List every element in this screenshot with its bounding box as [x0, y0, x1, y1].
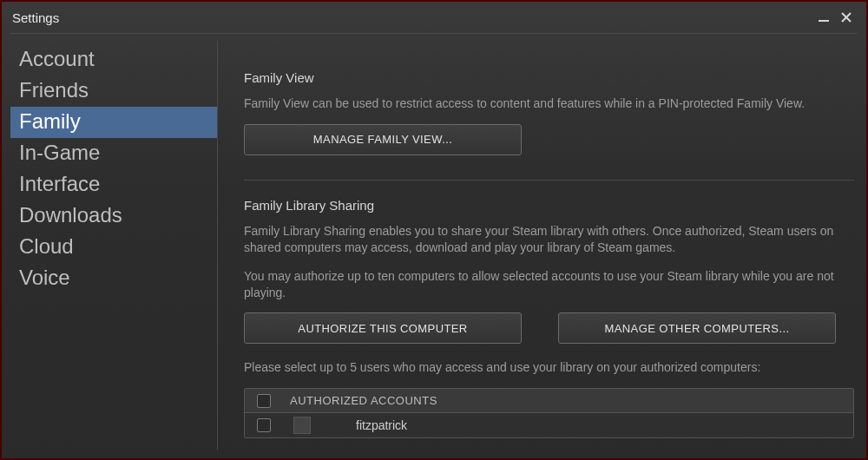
titlebar: Settings — [2, 2, 866, 30]
manage-other-computers-button[interactable]: MANAGE OTHER COMPUTERS... — [558, 312, 836, 344]
minimize-icon — [818, 11, 830, 23]
user-select-prompt: Please select up to 5 users who may acce… — [244, 359, 854, 376]
settings-window: Settings Account Friends Family In-Game … — [2, 2, 866, 458]
library-sharing-buttons: AUTHORIZE THIS COMPUTER MANAGE OTHER COM… — [244, 312, 854, 344]
svg-rect-0 — [819, 20, 829, 22]
authorize-this-computer-button[interactable]: AUTHORIZE THIS COMPUTER — [244, 312, 522, 344]
minimize-button[interactable] — [812, 8, 835, 27]
column-header-accounts: AUTHORIZED ACCOUNTS — [283, 394, 437, 407]
table-header-row: AUTHORIZED ACCOUNTS — [245, 389, 853, 413]
close-button[interactable] — [835, 8, 858, 27]
sidebar-item-in-game[interactable]: In-Game — [10, 138, 217, 169]
table-row[interactable]: fitzpatrick — [245, 413, 853, 437]
sidebar-item-downloads[interactable]: Downloads — [10, 200, 217, 232]
row-check-cell — [245, 418, 283, 432]
authorized-accounts-table: AUTHORIZED ACCOUNTS fitzpatrick — [244, 388, 854, 438]
sidebar-item-friends[interactable]: Friends — [10, 76, 217, 107]
section-divider — [244, 180, 854, 181]
window-body: Account Friends Family In-Game Interface… — [2, 34, 866, 458]
close-icon — [840, 11, 852, 23]
sidebar: Account Friends Family In-Game Interface… — [10, 41, 217, 450]
select-all-checkbox[interactable] — [257, 394, 271, 408]
row-checkbox[interactable] — [257, 418, 271, 432]
select-all-cell — [245, 394, 283, 408]
library-sharing-description-1: Family Library Sharing enables you to sh… — [244, 223, 854, 256]
sidebar-item-interface[interactable]: Interface — [10, 169, 217, 200]
sidebar-item-family[interactable]: Family — [10, 107, 217, 138]
row-username: fitzpatrick — [321, 418, 407, 432]
row-avatar-cell — [283, 417, 321, 434]
family-view-title: Family View — [244, 70, 854, 85]
window-title: Settings — [12, 10, 59, 25]
manage-family-view-button[interactable]: MANAGE FAMILY VIEW... — [244, 124, 522, 155]
library-sharing-description-2: You may authorize up to ten computers to… — [244, 268, 854, 301]
content-pane: Family View Family View can be used to r… — [217, 41, 858, 450]
sidebar-item-voice[interactable]: Voice — [10, 263, 217, 294]
avatar — [293, 417, 311, 434]
family-view-description: Family View can be used to restrict acce… — [244, 95, 854, 112]
sidebar-item-account[interactable]: Account — [10, 44, 217, 76]
library-sharing-title: Family Library Sharing — [244, 198, 854, 213]
sidebar-item-cloud[interactable]: Cloud — [10, 232, 217, 263]
